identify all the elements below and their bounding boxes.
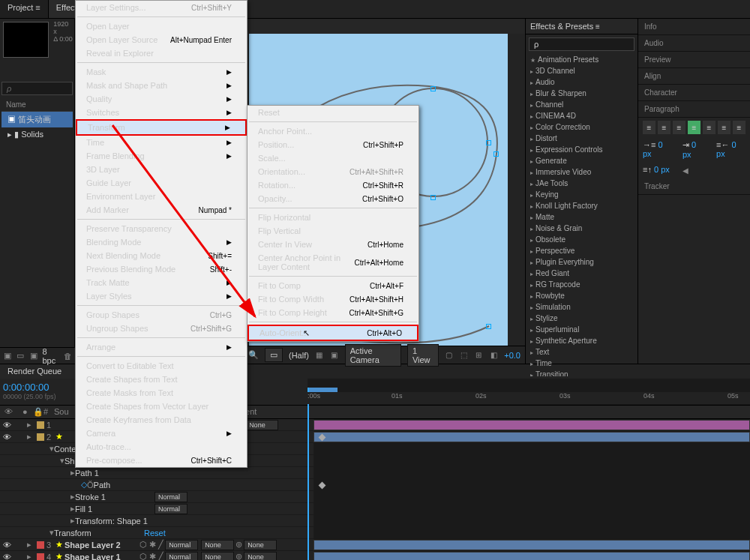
panel-character[interactable]: Character — [638, 85, 750, 101]
align-right-icon[interactable]: ≡ — [673, 121, 686, 134]
viewer-tool-icon[interactable]: ▢ — [445, 350, 454, 361]
justify-last-right-icon[interactable]: ≡ — [718, 121, 730, 134]
panel-audio[interactable]: Audio — [638, 35, 750, 52]
viewer-tool-icon[interactable]: ◧ — [489, 350, 498, 361]
shape-handle[interactable] — [430, 195, 436, 200]
panel-info[interactable]: Info — [638, 19, 750, 35]
grid-icon[interactable]: ▦ — [315, 350, 324, 361]
effect-category[interactable]: Perspective — [526, 245, 638, 256]
shape-handle[interactable] — [486, 140, 491, 145]
effect-category[interactable]: Time — [526, 358, 638, 369]
menu-item-mask[interactable]: Mask▶ — [76, 65, 247, 79]
effect-category[interactable]: Generate — [526, 155, 638, 166]
effect-category[interactable]: Stylize — [526, 313, 638, 324]
justify-last-center-icon[interactable]: ≡ — [703, 121, 716, 134]
space-before[interactable]: ≡↑ 0 px — [643, 165, 670, 175]
layer-row[interactable]: 👁▸3★Shape Layer 2⬡ ✱ ╱NormalNone⊚None — [0, 539, 314, 551]
comp-icon[interactable]: ▣ — [29, 351, 38, 361]
layer-row[interactable]: ▸ Stroke 1Normal — [0, 491, 314, 503]
track-bar[interactable] — [314, 552, 750, 560]
justify-all-icon[interactable]: ≡ — [733, 121, 746, 134]
menu-item-pre-compose-[interactable]: Pre-compose...Ctrl+Shift+C — [76, 454, 247, 467]
layer-row[interactable]: ▸ Path 1 — [0, 467, 314, 479]
effect-category[interactable]: Knoll Light Factory — [526, 200, 638, 211]
align-left-icon[interactable]: ≡ — [643, 121, 656, 134]
align-center-icon[interactable]: ≡ — [658, 121, 670, 134]
playhead[interactable] — [308, 388, 309, 560]
project-search[interactable]: ρ — [2, 82, 73, 95]
menu-item-quality[interactable]: Quality▶ — [76, 92, 247, 106]
keyframe[interactable] — [319, 482, 326, 490]
menu-item-arrange[interactable]: Arrange▶ — [76, 340, 247, 354]
menu-item-reveal-in-explorer[interactable]: Reveal in Explorer — [76, 46, 247, 60]
panel-paragraph[interactable]: Paragraph — [638, 101, 750, 118]
viewer-tool-icon[interactable]: ⬚ — [460, 350, 469, 361]
effect-category[interactable]: JAe Tools — [526, 178, 638, 189]
project-tab[interactable]: Project ≡ — [0, 0, 49, 18]
effect-category[interactable]: Expression Controls — [526, 144, 638, 155]
layer-row[interactable]: 👁▸4★Shape Layer 1⬡ ✱ ╱NormalNone⊚None — [0, 551, 314, 560]
resolution-dropdown[interactable]: (Half) — [289, 351, 309, 360]
panel-align[interactable]: Align — [638, 68, 750, 85]
exposure-value[interactable]: +0.0 — [504, 351, 520, 360]
menu-item-auto-trace-[interactable]: Auto-trace... — [76, 440, 247, 454]
time-ruler[interactable]: :00s01s02s03s04s05s — [308, 392, 750, 404]
project-item-solids[interactable]: ▸ ▮ Solids — [2, 127, 73, 142]
menu-item-mask-and-shape-path[interactable]: Mask and Shape Path▶ — [76, 79, 247, 92]
camera-dropdown[interactable]: Active Camera — [345, 344, 401, 367]
menu-item-camera[interactable]: Camera▶ — [76, 427, 247, 440]
justify-last-left-icon[interactable]: ≡ — [688, 121, 700, 134]
effect-category[interactable]: Noise & Grain — [526, 223, 638, 234]
layer-row[interactable]: ▸ Transform: Shape 1 — [0, 515, 314, 527]
viewer-tool-icon[interactable]: ⊞ — [474, 350, 483, 361]
effects-search[interactable]: ρ — [529, 37, 634, 51]
layer-row[interactable]: ◇ Ŏ Path — [0, 479, 314, 491]
current-timecode[interactable]: 0:00:00:00 — [3, 382, 72, 393]
indent-left[interactable]: →≡ 0 px — [643, 140, 672, 159]
effect-category[interactable]: Superluminal — [526, 324, 638, 335]
project-item-comp[interactable]: ▣ 笛头动画 — [2, 112, 73, 127]
effect-category[interactable]: Text — [526, 346, 638, 358]
menu-item-switches[interactable]: Switches▶ — [76, 106, 247, 119]
interpret-icon[interactable]: ▣ — [3, 351, 11, 361]
para-extra-icon[interactable]: ◀ — [680, 165, 691, 175]
bpc-toggle[interactable]: 8 bpc — [42, 347, 58, 365]
effect-category[interactable]: Blur & Sharpen — [526, 88, 638, 99]
layer-row[interactable]: ▸ Fill 1Normal — [0, 503, 314, 515]
effect-category[interactable]: Synthetic Aperture — [526, 335, 638, 346]
effect-category[interactable]: Plugin Everything — [526, 256, 638, 268]
track-bar[interactable] — [314, 540, 750, 550]
trash-icon[interactable]: 🗑 — [64, 351, 72, 361]
effect-category[interactable]: Transition — [526, 369, 638, 376]
project-name-column[interactable]: Name — [2, 98, 73, 112]
magnify-icon[interactable]: 🔍 — [248, 350, 259, 360]
menu-item-open-layer-source[interactable]: Open Layer SourceAlt+Numpad Enter — [76, 33, 247, 46]
path-handle[interactable] — [494, 151, 499, 157]
shape-handle[interactable] — [430, 86, 436, 91]
zoom-dropdown[interactable]: ▭ — [265, 348, 283, 362]
effect-category[interactable]: Obsolete — [526, 234, 638, 245]
effect-category[interactable]: Simulation — [526, 301, 638, 313]
indent-first[interactable]: ⇥ 0 px — [682, 140, 706, 159]
menu-item-open-layer[interactable]: Open Layer — [76, 19, 247, 33]
view-dropdown[interactable]: 1 View — [407, 344, 439, 367]
folder-icon[interactable]: ▭ — [16, 351, 24, 361]
effect-category[interactable]: Audio — [526, 76, 638, 88]
mask-icon[interactable]: ▣ — [330, 350, 339, 361]
layer-row[interactable]: ▾ TransformReset — [0, 527, 314, 539]
effect-category[interactable]: Rowbyte — [526, 290, 638, 301]
track-bar[interactable] — [314, 432, 750, 442]
effect-category[interactable]: Keying — [526, 189, 638, 200]
effect-category[interactable]: Animation Presets — [526, 54, 638, 65]
effect-category[interactable]: 3D Channel — [526, 65, 638, 76]
effect-category[interactable]: RG Trapcode — [526, 279, 638, 290]
render-queue-tab[interactable]: Render Queue — [0, 364, 69, 379]
effect-category[interactable]: CINEMA 4D — [526, 110, 638, 121]
track-bar[interactable] — [314, 420, 750, 430]
effect-category[interactable]: Color Correction — [526, 121, 638, 133]
path-handle[interactable] — [486, 324, 491, 329]
tracker-panel[interactable]: Tracker — [638, 178, 750, 195]
effect-category[interactable]: Distort — [526, 133, 638, 144]
effect-category[interactable]: Matte — [526, 211, 638, 223]
effect-category[interactable]: Red Giant — [526, 268, 638, 279]
